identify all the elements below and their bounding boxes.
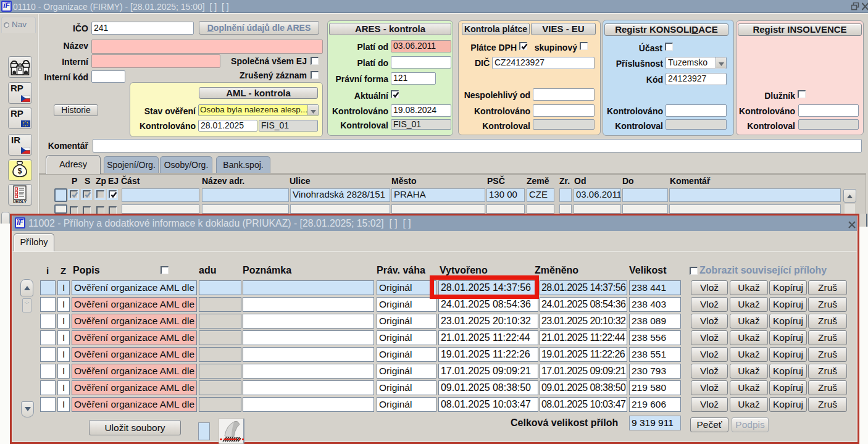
svg-text:ÚKOLY: ÚKOLY xyxy=(13,199,27,204)
svg-text:$: $ xyxy=(18,167,22,175)
